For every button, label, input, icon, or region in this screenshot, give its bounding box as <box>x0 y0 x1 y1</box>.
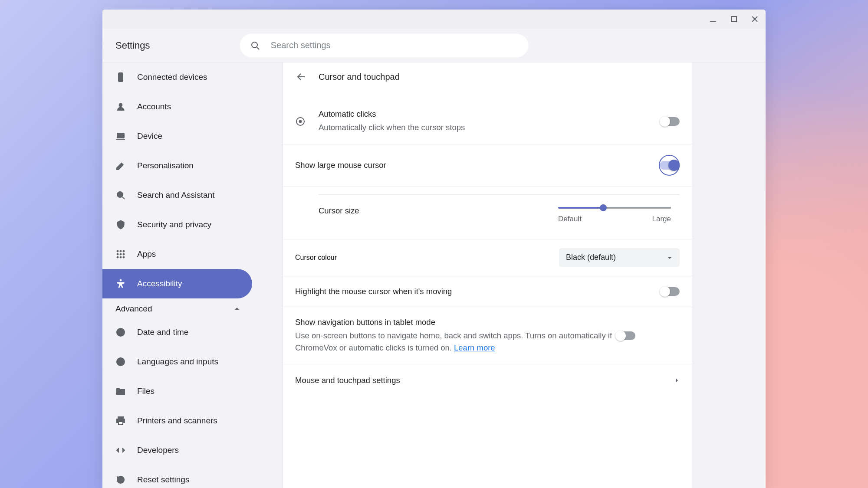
sidebar-item-search-assistant[interactable]: Search and Assistant <box>102 180 252 210</box>
chevron-down-icon <box>667 255 673 261</box>
phone-icon <box>115 72 126 82</box>
globe-icon <box>115 357 126 367</box>
apps-grid-icon <box>115 249 126 259</box>
svg-point-14 <box>120 250 122 252</box>
sidebar-item-label: Connected devices <box>137 72 207 82</box>
row-highlight-cursor: Highlight the mouse cursor when it's mov… <box>283 276 692 307</box>
svg-point-21 <box>123 256 125 258</box>
window-titlebar <box>102 10 766 29</box>
slider-min-label: Default <box>558 215 582 223</box>
reset-icon <box>115 475 126 485</box>
sidebar-item-personalisation[interactable]: Personalisation <box>102 151 252 180</box>
sidebar-item-label: Reset settings <box>137 475 189 485</box>
sidebar-item-label: Accessibility <box>137 279 182 288</box>
search-bar[interactable] <box>240 33 529 58</box>
folder-icon <box>115 386 126 396</box>
svg-point-22 <box>120 279 122 281</box>
svg-rect-1 <box>731 16 736 22</box>
minimize-button[interactable] <box>707 13 720 26</box>
sidebar-item-label: Device <box>137 131 162 141</box>
sidebar-item-apps[interactable]: Apps <box>102 239 252 269</box>
close-icon <box>751 15 759 23</box>
app-title: Settings <box>115 40 150 51</box>
sidebar-item-label: Personalisation <box>137 161 194 170</box>
panel-title: Cursor and touchpad <box>319 72 400 82</box>
row-title: Show large mouse cursor <box>295 160 659 170</box>
clock-icon <box>115 327 126 337</box>
arrow-left-icon <box>296 72 306 82</box>
panel-header: Cursor and touchpad <box>283 62 692 91</box>
svg-point-11 <box>117 192 123 197</box>
app-toolbar: Settings <box>102 29 766 62</box>
sidebar-item-printers-scanners[interactable]: Printers and scanners <box>102 406 252 436</box>
sidebar-item-security-privacy[interactable]: Security and privacy <box>102 210 252 239</box>
sidebar-item-label: Date and time <box>137 328 188 337</box>
svg-point-15 <box>123 250 125 252</box>
sidebar-item-date-time[interactable]: Date and time <box>102 318 252 347</box>
row-title: Highlight the mouse cursor when it's mov… <box>295 287 661 296</box>
sidebar-item-label: Accounts <box>137 102 171 111</box>
maximize-button[interactable] <box>727 13 740 26</box>
target-icon <box>295 116 306 127</box>
sidebar-advanced-toggle[interactable]: Advanced <box>102 300 283 318</box>
code-icon <box>115 445 126 455</box>
row-nav-buttons: Show navigation buttons in tablet mode U… <box>283 307 692 364</box>
toggle-nav-buttons[interactable] <box>616 331 635 340</box>
svg-point-4 <box>252 42 257 48</box>
row-automatic-clicks: Automatic clicks Automatically click whe… <box>283 99 692 144</box>
toggle-large-cursor[interactable] <box>660 161 679 170</box>
sidebar-item-files[interactable]: Files <box>102 377 252 406</box>
row-cursor-colour: Cursor colour Black (default) <box>283 239 692 276</box>
svg-point-20 <box>120 256 122 258</box>
toggle-highlight-cursor[interactable] <box>661 287 680 296</box>
row-mouse-touchpad-settings[interactable]: Mouse and touchpad settings <box>283 364 692 396</box>
search-input[interactable] <box>271 40 518 50</box>
svg-line-5 <box>257 47 259 49</box>
row-title: Show navigation buttons in tablet mode <box>295 318 616 327</box>
sidebar-item-label: Search and Assistant <box>137 190 215 200</box>
row-cursor-size: Cursor size Default Large <box>283 186 692 239</box>
row-subtitle: Use on-screen buttons to navigate home, … <box>295 330 616 354</box>
toggle-focus-ring <box>659 155 680 176</box>
sidebar-item-developers[interactable]: Developers <box>102 436 252 465</box>
sidebar-item-label: Printers and scanners <box>137 416 217 426</box>
advanced-label: Advanced <box>115 304 152 314</box>
back-button[interactable] <box>295 71 307 83</box>
sidebar-item-label: Security and privacy <box>137 220 211 229</box>
sidebar-item-languages-inputs[interactable]: Languages and inputs <box>102 347 252 377</box>
cursor-colour-value: Black (default) <box>566 253 616 262</box>
cursor-colour-select[interactable]: Black (default) <box>559 248 680 267</box>
maximize-icon <box>730 16 737 23</box>
accessibility-icon <box>115 278 126 289</box>
row-title: Automatic clicks <box>319 109 661 119</box>
sidebar-item-label: Files <box>137 386 155 396</box>
svg-point-18 <box>123 253 125 255</box>
learn-more-link[interactable]: Learn more <box>454 343 495 352</box>
cursor-size-label: Cursor size <box>319 203 359 216</box>
settings-window: Settings Connected devices Accounts Devi… <box>102 10 766 488</box>
pencil-icon <box>115 160 126 171</box>
cursor-size-slider[interactable] <box>558 207 671 209</box>
row-large-cursor: Show large mouse cursor <box>283 144 692 186</box>
sidebar-item-label: Languages and inputs <box>137 357 218 367</box>
svg-point-13 <box>117 250 118 252</box>
printer-icon <box>115 416 126 426</box>
laptop-icon <box>115 131 126 141</box>
sidebar-item-reset-settings[interactable]: Reset settings <box>102 465 252 488</box>
cursor-colour-label: Cursor colour <box>295 254 337 262</box>
svg-point-16 <box>117 253 118 255</box>
row-title: Mouse and touchpad settings <box>295 376 400 385</box>
row-subtitle: Automatically click when the cursor stop… <box>319 121 661 134</box>
svg-rect-9 <box>117 133 124 138</box>
sidebar-item-accounts[interactable]: Accounts <box>102 92 252 121</box>
chevron-right-icon <box>674 378 680 383</box>
sidebar-item-connected-devices[interactable]: Connected devices <box>102 62 252 92</box>
person-icon <box>115 102 126 112</box>
sidebar-item-device[interactable]: Device <box>102 121 252 151</box>
svg-line-12 <box>122 197 125 199</box>
close-button[interactable] <box>748 13 761 26</box>
sidebar-item-accessibility[interactable]: Accessibility <box>102 269 252 298</box>
svg-point-32 <box>299 120 302 123</box>
toggle-automatic-clicks[interactable] <box>661 117 680 126</box>
sidebar-item-label: Apps <box>137 249 156 259</box>
